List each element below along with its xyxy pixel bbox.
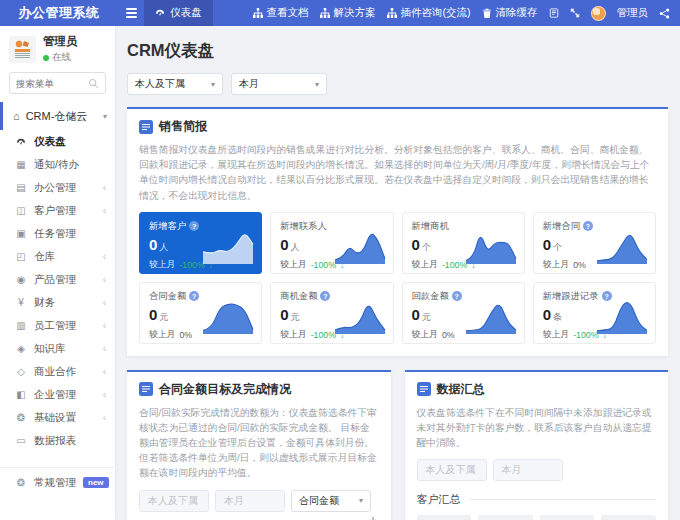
sidebar-item-customers[interactable]: ◫客户管理‹	[0, 199, 115, 222]
gauge-icon	[15, 137, 27, 147]
stat-card-contract-amount[interactable]: 合同金额?0元较上月0%	[139, 282, 262, 344]
sidebar-item-enterprise[interactable]: ◧企业管理‹	[0, 383, 115, 406]
help-icon: ?	[320, 291, 330, 301]
help-icon: ?	[452, 291, 462, 301]
divider	[469, 499, 657, 500]
briefcase-icon: ▤	[15, 183, 27, 193]
stat-card-grid: 新增客户?0人较上月-100%↓新增联系人0人较上月-100%↓新增商机0个较上…	[139, 212, 656, 344]
group-title-text: 客户汇总	[417, 492, 461, 507]
stat-card-payment-amount[interactable]: 回款金额?0元较上月0%	[402, 282, 525, 344]
disabled-filter: 本人及下属	[139, 490, 209, 512]
summary-controls: 本人及下属本月	[417, 459, 657, 481]
summary-box-new-customers: 新增客户0个	[417, 515, 472, 520]
header-actions: 查看文档解决方案插件咨询(交流)清除缓存管理员	[253, 6, 680, 21]
building-icon: ◧	[15, 390, 27, 400]
sidebar-item-products[interactable]: ◉产品管理‹	[0, 268, 115, 291]
menu-search	[9, 72, 106, 94]
change-value: 0%	[442, 330, 455, 340]
monitor-icon: ▭	[15, 436, 27, 446]
sidebar-item-general[interactable]: ❂常规管理new	[0, 471, 115, 494]
sparkline-chart	[201, 298, 255, 334]
book2-icon: ◈	[15, 344, 27, 354]
stat-title-text: 新增合同	[543, 220, 580, 233]
sidebar-item-label: 仓库	[34, 250, 55, 264]
fullscreen-icon[interactable]	[570, 8, 580, 18]
tab-dashboard[interactable]: 仪表盘	[144, 0, 213, 26]
sidebar-item-label: 通知/待办	[34, 158, 79, 172]
sidebar-item-cooperation[interactable]: ◇商业合作‹	[0, 360, 115, 383]
menu-toggle-icon[interactable]	[118, 0, 144, 26]
user-avatar	[9, 36, 36, 63]
compare-label: 较上月	[412, 329, 438, 341]
sidebar-item-notice[interactable]: ▦通知/待办	[0, 153, 115, 176]
sidebar-item-label: 数据报表	[34, 434, 76, 448]
sidebar-item-office[interactable]: ▤办公管理‹	[0, 176, 115, 199]
stat-card-new-opportunities[interactable]: 新增商机0个较上月-100%↓	[402, 212, 525, 274]
stat-value: 0	[543, 236, 551, 253]
sitemap-icon	[320, 8, 330, 18]
chevron-collapsed-icon: ‹	[103, 366, 106, 377]
search-input[interactable]	[16, 78, 88, 89]
header-link-plugin[interactable]: 插件咨询(交流)	[387, 6, 471, 20]
sidebar-item-label: 仪表盘	[34, 135, 66, 149]
top-header: 办公管理系统 仪表盘 查看文档解决方案插件咨询(交流)清除缓存管理员	[0, 0, 680, 26]
header-user-name[interactable]: 管理员	[617, 6, 649, 20]
idcard-icon: ▥	[15, 321, 27, 331]
calendar-icon: ▦	[15, 160, 27, 170]
stat-unit: 元	[159, 312, 168, 322]
header-link-clear-cache[interactable]: 清除缓存	[482, 6, 538, 20]
stat-card-new-contracts[interactable]: 新增合同?0个较上月0%	[533, 212, 656, 274]
sidebar-item-label: 基础设置	[34, 411, 76, 425]
summary-box-claimed-from-pool: 公海池领取0个	[601, 515, 656, 520]
target-card-title: 合同金额目标及完成情况	[159, 381, 291, 398]
sidebar-item-knowledge[interactable]: ◈知识库‹	[0, 337, 115, 360]
sidebar-item-reports[interactable]: ▭数据报表	[0, 429, 115, 452]
search-icon	[88, 78, 99, 89]
compare-label: 较上月	[412, 259, 438, 271]
summary-card-description: 仪表盘筛选条件下在不同时间间隔中未添加跟进记录或未对其外勤打卡的客户数，联系后该…	[417, 405, 657, 451]
sidebar-item-tasks[interactable]: ▣任务管理	[0, 222, 115, 245]
header-link-label: 插件咨询(交流)	[401, 6, 471, 20]
stat-card-new-contacts[interactable]: 新增联系人0人较上月-100%↓	[270, 212, 393, 274]
stat-card-new-customers[interactable]: 新增客户?0人较上月-100%↓	[139, 212, 262, 274]
download-icon[interactable]	[367, 516, 379, 520]
sidebar-item-settings[interactable]: ❂基础设置‹	[0, 406, 115, 429]
summary-groups: 客户汇总新增客户0个转成交客户0个放入公海0个公海池领取0个商机汇总新增商机0个…	[417, 492, 657, 520]
chevron-collapsed-icon: ‹	[103, 182, 106, 193]
disabled-filter-text: 本人及下属	[148, 494, 198, 508]
log-icon[interactable]	[549, 8, 559, 18]
share-icon[interactable]	[659, 8, 670, 19]
sparkline-chart	[595, 228, 649, 264]
gears-icon: ❂	[15, 413, 27, 423]
sparkline-chart	[464, 298, 518, 334]
filter-period[interactable]: 本月▾	[231, 73, 327, 95]
compare-label: 较上月	[280, 329, 306, 341]
stat-card-opportunity-amount[interactable]: 商机金额?0元较上月-100%↓	[270, 282, 393, 344]
sidebar-section-crm[interactable]: ⌂ CRM-仓储云 ▾	[0, 102, 115, 130]
sidebar-item-finance[interactable]: ¥财务‹	[0, 291, 115, 314]
summary-box-moved-to-pool: 放入公海0个	[540, 515, 595, 520]
filter-scope[interactable]: 本人及下属▾	[127, 73, 223, 95]
chevron-collapsed-icon: ‹	[103, 274, 106, 285]
sidebar-item-dashboard[interactable]: 仪表盘	[0, 130, 115, 153]
cube-icon: ◉	[15, 275, 27, 285]
change-value: 0%	[179, 330, 192, 340]
metric-select[interactable]: 合同金额▾	[291, 490, 371, 512]
header-link-docs[interactable]: 查看文档	[253, 6, 309, 20]
user-name: 管理员	[43, 34, 78, 49]
sidebar-item-warehouse[interactable]: ◰仓库‹	[0, 245, 115, 268]
sales-brief-title: 销售简报	[159, 118, 207, 135]
caret-down-icon: ▾	[359, 496, 363, 505]
sidebar-item-employees[interactable]: ▥员工管理‹	[0, 314, 115, 337]
summary-group-customers: 客户汇总新增客户0个转成交客户0个放入公海0个公海池领取0个	[417, 492, 657, 520]
filter-value: 本月	[239, 77, 259, 91]
header-link-solutions[interactable]: 解决方案	[320, 6, 376, 20]
disabled-filter: 本月	[215, 490, 285, 512]
stat-title-text: 新增客户	[149, 220, 186, 233]
user-avatar-small	[591, 6, 606, 21]
stat-card-new-followups[interactable]: 新增跟进记录?0条较上月-100%↓	[533, 282, 656, 344]
sidebar-item-label: 办公管理	[34, 181, 76, 195]
panel-icon	[417, 382, 431, 396]
page-title: CRM仪表盘	[127, 40, 668, 62]
summary-card-title: 数据汇总	[437, 381, 485, 398]
